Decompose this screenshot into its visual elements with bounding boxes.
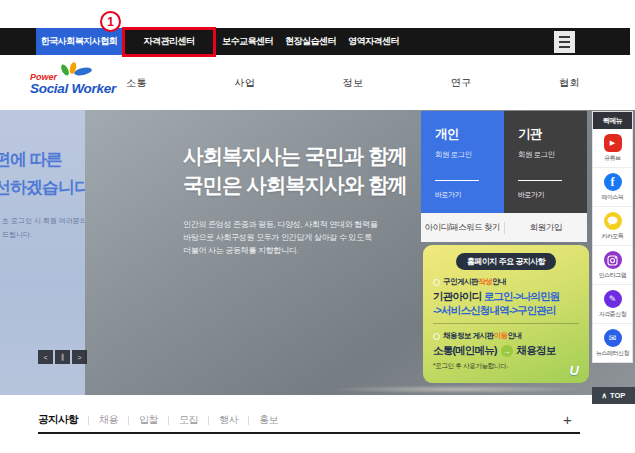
- org-login-subtitle: 회원 로그인: [518, 150, 587, 160]
- menu-item-communication[interactable]: 소통: [112, 72, 161, 94]
- instagram-icon: [604, 251, 622, 269]
- notice-card-badge: 홈페이지 주요 공지사항: [456, 253, 556, 270]
- route-to: 채용정보: [517, 344, 556, 358]
- utility-nav: 한국사회복지사협회 자격관리센터 보수교육센터 현장실습센터 영역자격센터: [0, 28, 630, 55]
- quickmenu-item-certificate[interactable]: ✎ 자격증신청: [593, 285, 632, 324]
- newsletter-icon: ✉: [604, 329, 622, 347]
- main-menu: 소통 사업 정보 연구 협회: [112, 72, 594, 94]
- login-panel: 개인 회원 로그인 바로가기 기관 회원 로그인 바로가기 아이디/패스워드 찾…: [421, 111, 587, 242]
- page: 1 한국사회복지사협회 자격관리센터 보수교육센터 현장실습센터 영역자격센터 …: [0, 0, 635, 453]
- carousel-pause-button[interactable]: ∥: [55, 350, 70, 364]
- bullet-ring-icon: [433, 279, 440, 286]
- news-tab-bidding[interactable]: 입찰: [118, 413, 158, 427]
- quickmenu-item-youtube[interactable]: ▶ 유튜브: [593, 129, 632, 168]
- notice-footnote: *로그인 후 사용가능합니다.: [433, 362, 579, 371]
- news-tab-event[interactable]: 행사: [198, 413, 238, 427]
- youtube-icon: ▶: [604, 134, 622, 152]
- carousel-prev-button[interactable]: <: [38, 350, 53, 364]
- quick-menu-title: 퀵메뉴: [593, 112, 632, 129]
- org-login-link[interactable]: 바로가기: [518, 190, 587, 200]
- facebook-icon: f: [604, 173, 622, 191]
- menu-item-business[interactable]: 사업: [220, 72, 269, 94]
- personal-login-subtitle: 회원 로그인: [435, 150, 504, 160]
- kakaotalk-icon: [604, 212, 622, 230]
- quick-menu: 퀵메뉴 ▶ 유튜브 f 페이스북 카카오톡 인스타그램 ✎ 자격증신청 ✉ 뉴: [592, 111, 633, 363]
- menu-item-information[interactable]: 정보: [329, 72, 378, 94]
- util-tab-area-certification-center[interactable]: 영역자격센터: [342, 28, 405, 55]
- notice-item1-path: 기관아이디 로그인->나의민원 ->서비스신청내역->구인관리: [433, 290, 579, 317]
- util-tab-field-practice-center[interactable]: 현장실습센터: [279, 28, 342, 55]
- arrow-right-icon: →: [501, 345, 513, 357]
- route-from: 소통(메인메뉴): [433, 344, 497, 358]
- carousel-controls: < ∥ >: [38, 350, 87, 364]
- news-tab-recruiting[interactable]: 모집: [158, 413, 198, 427]
- hero-heading-line2: 국민은 사회복지사와 함께: [183, 170, 407, 199]
- news-tab-notice[interactable]: 공지사항: [38, 413, 78, 427]
- site-logo[interactable]: Power Social Worker: [30, 62, 122, 100]
- quickmenu-item-newsletter[interactable]: ✉ 뉴스레터신청: [593, 324, 632, 362]
- utility-nav-spacer: [0, 28, 36, 55]
- quickmenu-item-facebook[interactable]: f 페이스북: [593, 168, 632, 207]
- certificate-apply-icon: ✎: [604, 290, 622, 308]
- util-tab-certification-center[interactable]: 자격관리센터: [122, 28, 216, 55]
- join-member-link[interactable]: 회원가입: [505, 222, 588, 234]
- notice-item2-route: 소통(메인메뉴) → 채용정보: [433, 344, 579, 358]
- hero-text-block: 사회복지사는 국민과 함께 국민은 사회복지사와 함께 인간의 존엄성 존중과 …: [183, 141, 407, 257]
- org-login-card[interactable]: 기관 회원 로그인 바로가기: [504, 111, 587, 213]
- divider: [435, 180, 479, 181]
- find-id-password-link[interactable]: 아이디/패스워드 찾기: [421, 222, 504, 234]
- divider: [518, 180, 562, 181]
- notice-item2-label: 채용정보 게시판 이용 안내: [433, 331, 579, 341]
- notice-card: 홈페이지 주요 공지사항 구인게시판 작성 안내 기관아이디 로그인->나의민원…: [423, 245, 589, 383]
- personal-login-link[interactable]: 바로가기: [435, 190, 504, 200]
- annotation-step-badge: 1: [100, 11, 121, 32]
- util-tab-certification-label: 자격관리센터: [144, 35, 195, 48]
- login-utility-links: 아이디/패스워드 찾기 회원가입: [421, 213, 587, 242]
- hero-description: 인간의 존엄성 존중과 평등, 다양성, 사회적 연대와 협력을 바탕으로 사회…: [183, 218, 407, 257]
- hero-heading-line1: 사회복지사는 국민과 함께: [183, 141, 407, 170]
- chevron-up-icon: ∧: [602, 391, 608, 400]
- personal-login-title: 개인: [435, 126, 504, 143]
- logo-swoosh-icon: [60, 62, 100, 76]
- news-tab-promotion[interactable]: 홍보: [238, 413, 278, 427]
- bullet-ring-icon: [433, 333, 440, 340]
- menu-item-association[interactable]: 협회: [545, 72, 594, 94]
- org-login-title: 기관: [518, 126, 587, 143]
- prev-slide-note: 초 로그인 시 회원 여러분의 드립니다.: [2, 214, 85, 242]
- logo-text-bottom: Social Worker: [30, 82, 122, 96]
- news-tab-recruit[interactable]: 채용: [78, 413, 118, 427]
- prev-slide-heading: 편에 따른 선하겠습니다: [0, 146, 85, 202]
- notice-item1-label: 구인게시판 작성 안내: [433, 277, 579, 287]
- notice-u-logo: U: [570, 363, 579, 378]
- quickmenu-item-instagram[interactable]: 인스타그램: [593, 246, 632, 285]
- util-tab-education-center[interactable]: 보수교육센터: [216, 28, 279, 55]
- menu-item-research[interactable]: 연구: [437, 72, 486, 94]
- scroll-to-top-button[interactable]: ∧ TOP: [592, 387, 635, 404]
- quickmenu-item-kakaotalk[interactable]: 카카오톡: [593, 207, 632, 246]
- util-tab-association[interactable]: 한국사회복지사협회: [36, 28, 122, 55]
- news-tab-underline: [38, 432, 580, 434]
- carousel-next-button[interactable]: >: [72, 350, 87, 364]
- news-more-button[interactable]: +: [563, 411, 572, 428]
- hamburger-menu-icon[interactable]: [554, 31, 575, 53]
- news-tab-bar: 공지사항 채용 입찰 모집 행사 홍보: [38, 413, 278, 427]
- divider: [433, 323, 579, 324]
- personal-login-card[interactable]: 개인 회원 로그인 바로가기: [421, 111, 504, 213]
